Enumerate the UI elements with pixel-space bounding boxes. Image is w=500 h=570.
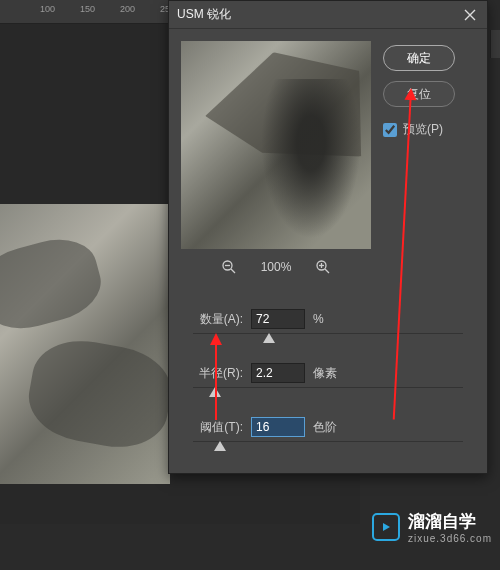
threshold-input[interactable] <box>251 417 305 437</box>
watermark-sub: zixue.3d66.com <box>408 533 492 544</box>
ok-button[interactable]: 确定 <box>383 45 455 71</box>
amount-slider-thumb[interactable] <box>263 333 275 343</box>
threshold-row: 阈值(T): 色阶 <box>181 417 475 437</box>
annotation-arrow <box>215 335 217 420</box>
amount-input[interactable] <box>251 309 305 329</box>
amount-label: 数量(A): <box>181 311 243 328</box>
amount-row: 数量(A): % <box>181 309 475 329</box>
radius-input[interactable] <box>251 363 305 383</box>
amount-slider[interactable] <box>193 333 463 347</box>
threshold-label: 阈值(T): <box>181 419 243 436</box>
zoom-in-icon[interactable] <box>315 259 331 275</box>
threshold-slider-thumb[interactable] <box>214 441 226 451</box>
svg-line-4 <box>325 269 329 273</box>
radius-unit: 像素 <box>313 365 337 382</box>
side-panel-stub <box>490 30 500 58</box>
preview-checkbox[interactable] <box>383 123 397 137</box>
ruler-horizontal: 100 150 200 250 <box>0 0 170 24</box>
zoom-level: 100% <box>261 260 292 274</box>
svg-line-1 <box>231 269 235 273</box>
watermark: 溜溜自学 zixue.3d66.com <box>372 510 492 544</box>
preview-thumbnail[interactable] <box>181 41 371 249</box>
reset-button[interactable]: 复位 <box>383 81 455 107</box>
dialog-titlebar[interactable]: USM 锐化 <box>169 1 487 29</box>
dialog-title: USM 锐化 <box>177 6 231 23</box>
threshold-unit: 色阶 <box>313 419 337 436</box>
threshold-slider[interactable] <box>193 441 463 455</box>
radius-slider[interactable] <box>193 387 463 401</box>
watermark-text: 溜溜自学 <box>408 510 492 533</box>
play-icon <box>372 513 400 541</box>
close-icon[interactable] <box>461 6 479 24</box>
zoom-out-icon[interactable] <box>221 259 237 275</box>
radius-label: 半径(R): <box>181 365 243 382</box>
amount-unit: % <box>313 312 324 326</box>
radius-row: 半径(R): 像素 <box>181 363 475 383</box>
preview-checkbox-row[interactable]: 预览(P) <box>383 121 475 138</box>
document-image[interactable] <box>0 204 170 484</box>
